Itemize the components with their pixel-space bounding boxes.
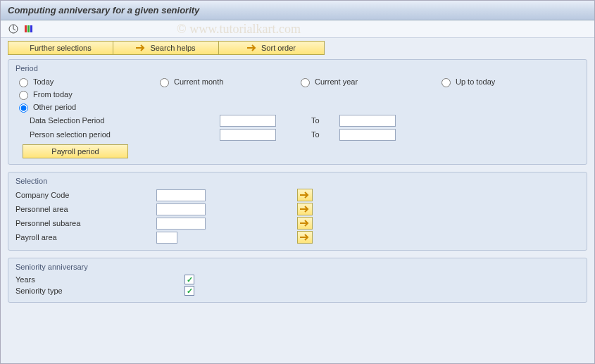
radio-label: Current month <box>174 77 223 86</box>
group-title: Selection <box>15 175 580 187</box>
company-code-label: Company Code <box>15 191 156 199</box>
person-selection-to-input[interactable] <box>339 129 396 141</box>
selection-buttons: Further selections Search helps Sort ord… <box>8 41 587 55</box>
to-label: To <box>276 116 339 125</box>
company-code-multi-button[interactable] <box>297 189 313 201</box>
svg-rect-2 <box>27 25 30 32</box>
years-checkbox[interactable]: ✓ <box>184 275 194 284</box>
data-selection-period-label: Data Selection Period <box>15 116 156 125</box>
personnel-subarea-input[interactable] <box>156 218 206 230</box>
seniority-type-checkbox[interactable]: ✓ <box>184 286 194 296</box>
radio-input[interactable] <box>19 91 28 100</box>
svg-rect-1 <box>25 25 27 32</box>
arrow-right-icon <box>300 206 310 213</box>
radio-current-year[interactable]: Current year <box>297 75 438 88</box>
button-label: Sort order <box>261 44 296 52</box>
radio-up-to-today[interactable]: Up to today <box>438 75 579 88</box>
personnel-area-input[interactable] <box>156 203 206 215</box>
watermark-text: © www.tutorialkart.com <box>177 22 301 37</box>
seniority-group: Seniority anniversary Years ✓ Seniority … <box>8 258 587 303</box>
button-label: Payroll period <box>51 147 99 156</box>
payroll-period-button[interactable]: Payroll period <box>23 144 128 158</box>
group-title: Seniority anniversary <box>15 261 580 272</box>
payroll-area-input[interactable] <box>156 232 177 244</box>
period-group: Period Today Current month Current year … <box>8 59 587 165</box>
radio-input[interactable] <box>160 78 169 87</box>
radio-from-today[interactable]: From today <box>15 88 156 101</box>
seniority-type-label: Seniority type <box>15 287 156 295</box>
radio-today[interactable]: Today <box>15 75 156 88</box>
sort-order-button[interactable]: Sort order <box>219 41 325 55</box>
svg-rect-3 <box>30 25 32 32</box>
personnel-subarea-multi-button[interactable] <box>297 217 313 230</box>
person-selection-period-label: Person selection period <box>15 130 156 139</box>
radio-label: Today <box>33 77 54 86</box>
radio-input[interactable] <box>301 78 310 87</box>
payroll-area-multi-button[interactable] <box>297 231 313 244</box>
radio-label: Current year <box>315 77 358 86</box>
execute-icon[interactable] <box>8 23 19 34</box>
to-label: To <box>276 130 339 139</box>
button-label: Search helps <box>150 44 195 52</box>
variant-icon[interactable] <box>23 23 35 34</box>
years-label: Years <box>15 275 156 284</box>
arrow-right-icon <box>300 220 310 227</box>
content-area: Further selections Search helps Sort ord… <box>1 38 594 364</box>
person-selection-from-input[interactable] <box>220 129 276 141</box>
arrow-right-icon <box>247 44 257 51</box>
radio-label: Up to today <box>456 77 495 86</box>
data-selection-from-input[interactable] <box>220 115 276 127</box>
arrow-right-icon <box>300 192 310 199</box>
arrow-right-icon <box>300 234 310 241</box>
radio-label: Other period <box>33 103 76 111</box>
search-helps-button[interactable]: Search helps <box>113 41 219 55</box>
data-selection-to-input[interactable] <box>339 115 396 127</box>
radio-other-period[interactable]: Other period <box>15 101 438 113</box>
personnel-area-multi-button[interactable] <box>297 203 313 215</box>
radio-input[interactable] <box>19 103 28 113</box>
system-toolbar: © www.tutorialkart.com <box>1 20 594 38</box>
further-selections-button[interactable]: Further selections <box>8 41 113 55</box>
company-code-input[interactable] <box>156 189 206 201</box>
payroll-area-label: Payroll area <box>15 233 156 241</box>
radio-input[interactable] <box>441 78 451 87</box>
button-label: Further selections <box>30 44 91 52</box>
arrow-right-icon <box>136 44 146 51</box>
radio-label: From today <box>33 90 73 99</box>
page-title: Computing anniversary for a given senior… <box>1 1 594 20</box>
personnel-area-label: Personnel area <box>15 205 156 213</box>
group-title: Period <box>15 63 580 74</box>
selection-group: Selection Company Code Personnel area Pe… <box>8 172 587 251</box>
personnel-subarea-label: Personnel subarea <box>15 219 156 227</box>
radio-input[interactable] <box>19 78 28 87</box>
radio-current-month[interactable]: Current month <box>156 75 297 88</box>
